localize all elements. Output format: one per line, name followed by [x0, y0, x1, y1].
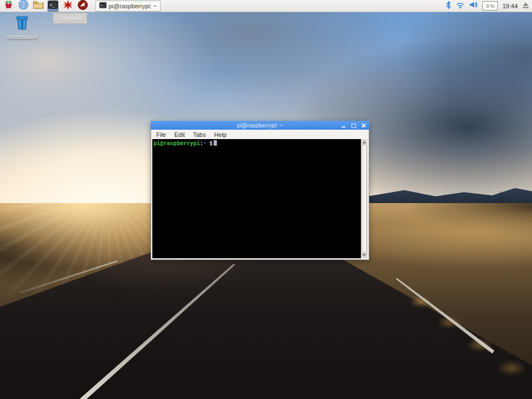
- menu-button[interactable]: [3, 1, 14, 12]
- wallpaper-telephone-pole: [500, 191, 501, 202]
- terminal-scrollbar[interactable]: [361, 139, 368, 258]
- wolfram-star-icon: [63, 0, 73, 12]
- menu-file[interactable]: File: [156, 131, 166, 138]
- window-controls: [341, 121, 366, 130]
- cpu-monitor-value: 0 %: [486, 3, 494, 9]
- cpu-monitor[interactable]: 0 %: [482, 1, 498, 10]
- folder-icon: [33, 0, 44, 12]
- prompt-path: ~: [203, 140, 206, 146]
- menu-edit[interactable]: Edit: [174, 131, 185, 138]
- window-menubar: File Edit Tabs Help: [151, 130, 369, 139]
- wallpaper-grass-tuft: [497, 360, 526, 376]
- svg-text:>_: >_: [100, 4, 104, 8]
- wastebasket-icon: [14, 23, 30, 33]
- web-browser-button[interactable]: [18, 1, 29, 12]
- terminal-icon: >_: [48, 1, 58, 11]
- minimize-button[interactable]: [341, 123, 346, 128]
- terminal-cursor: [214, 140, 217, 146]
- wolfram-button[interactable]: [62, 1, 73, 12]
- desktop-icon-label: Wastebasket: [4, 34, 40, 40]
- raspberry-icon: [3, 0, 14, 12]
- volume-icon[interactable]: [469, 1, 478, 11]
- wallpaper-telephone-pole: [445, 194, 445, 203]
- eject-icon[interactable]: [522, 1, 529, 11]
- bluetooth-icon[interactable]: [445, 1, 451, 12]
- wifi-icon[interactable]: [456, 1, 465, 11]
- terminal-window: pi@raspberrypi: ~ File Edit Tabs Help pi…: [151, 121, 369, 260]
- taskbar: >_ >_: [0, 0, 532, 12]
- desktop-screen: Wastebasket: [0, 0, 532, 399]
- window-title: pi@raspberrypi: ~: [151, 121, 369, 130]
- terminal-button[interactable]: >_: [47, 1, 58, 12]
- menu-tabs[interactable]: Tabs: [193, 131, 206, 138]
- window-body: File Edit Tabs Help pi@raspberrypi:~$: [151, 130, 369, 260]
- globe-icon: [18, 0, 29, 12]
- prompt-user-host: pi@raspberrypi: [153, 140, 200, 146]
- maximize-button[interactable]: [351, 123, 356, 128]
- terminal-icon: >_: [99, 2, 107, 9]
- window-titlebar[interactable]: pi@raspberrypi: ~: [151, 121, 369, 130]
- mathematica-wolf-icon: [78, 0, 88, 12]
- scrollbar-thumb[interactable]: [361, 145, 367, 253]
- menu-help[interactable]: Help: [214, 131, 227, 138]
- desktop-icon-wastebasket[interactable]: Wastebasket: [4, 14, 40, 40]
- scroll-down-icon[interactable]: [362, 254, 366, 257]
- file-manager-button[interactable]: [33, 1, 44, 12]
- tooltip: Terminal: [53, 13, 87, 24]
- clock[interactable]: 19:44: [502, 3, 518, 9]
- taskbar-window-button[interactable]: >_ pi@raspberrypi: ~: [95, 1, 161, 12]
- taskbar-window-button-label: pi@raspberrypi: ~: [109, 3, 157, 9]
- terminal-screen[interactable]: pi@raspberrypi:~$: [152, 139, 361, 258]
- prompt-symbol: $: [209, 140, 212, 146]
- close-button[interactable]: [361, 123, 366, 128]
- scroll-up-icon[interactable]: [362, 141, 366, 143]
- taskbar-status-area: 0 % 19:44: [445, 1, 529, 12]
- mathematica-button[interactable]: [77, 1, 88, 12]
- svg-text:>_: >_: [50, 3, 55, 8]
